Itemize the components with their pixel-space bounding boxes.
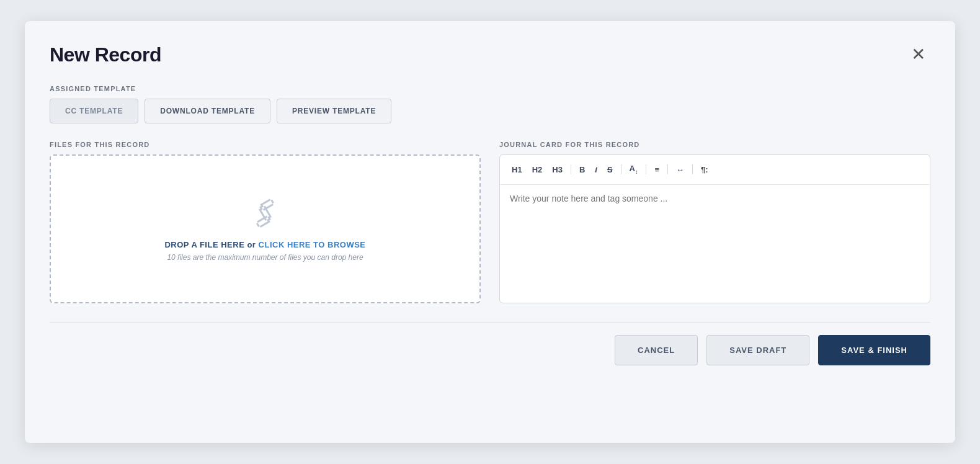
footer-actions: CANCEL SAVE DRAFT SAVE & FINISH <box>50 322 930 365</box>
h1-button[interactable]: H1 <box>509 164 525 176</box>
file-drop-zone[interactable]: 🖇 DROP A FILE HERE or CLICK HERE TO BROW… <box>50 154 481 303</box>
files-section-label: FILES FOR THIS RECORD <box>50 141 481 148</box>
journal-section-label: JOURNAL CARD FOR THIS RECORD <box>499 141 930 148</box>
journal-toolbar: H1 H2 H3 B i S A↕ ≡ ↔ ¶: <box>500 155 930 185</box>
drop-text-static: DROP A FILE HERE or <box>164 240 258 249</box>
files-panel: FILES FOR THIS RECORD 🖇 DROP A FILE HERE… <box>50 141 481 303</box>
link-button[interactable]: ↔ <box>673 164 687 176</box>
modal-title: New Record <box>50 43 161 66</box>
save-finish-button[interactable]: SAVE & FINISH <box>818 335 930 365</box>
drop-instruction: DROP A FILE HERE or CLICK HERE TO BROWSE <box>164 240 365 249</box>
h2-button[interactable]: H2 <box>529 164 546 176</box>
list-button[interactable]: ≡ <box>651 164 662 176</box>
template-section: ASSIGNED TEMPLATE CC TEMPLATE DOWNLOAD T… <box>50 85 930 123</box>
cc-template-button[interactable]: CC TEMPLATE <box>50 99 138 123</box>
paragraph-button[interactable]: ¶: <box>698 164 711 176</box>
preview-template-button[interactable]: PREVIEW TEMPLATE <box>277 99 391 123</box>
toolbar-separator-5 <box>692 164 693 174</box>
modal-header: New Record ✕ <box>50 43 930 66</box>
toolbar-separator-2 <box>621 164 621 174</box>
drop-subtext: 10 files are the maximum number of files… <box>167 253 363 262</box>
cancel-button[interactable]: CANCEL <box>615 335 698 365</box>
template-section-label: ASSIGNED TEMPLATE <box>50 85 930 92</box>
browse-link[interactable]: CLICK HERE TO BROWSE <box>259 240 366 249</box>
paperclip-icon: 🖇 <box>244 191 287 236</box>
journal-textarea[interactable] <box>500 185 930 303</box>
save-draft-button[interactable]: SAVE DRAFT <box>706 335 809 365</box>
italic-button[interactable]: i <box>592 164 600 176</box>
toolbar-separator-3 <box>646 164 646 174</box>
h3-button[interactable]: H3 <box>549 164 566 176</box>
journal-panel: JOURNAL CARD FOR THIS RECORD H1 H2 H3 B … <box>499 141 930 303</box>
toolbar-separator-1 <box>571 164 571 174</box>
template-buttons: CC TEMPLATE DOWNLOAD TEMPLATE PREVIEW TE… <box>50 99 930 123</box>
journal-card: H1 H2 H3 B i S A↕ ≡ ↔ ¶: <box>499 154 930 303</box>
font-size-button[interactable]: A↕ <box>626 163 641 177</box>
toolbar-separator-4 <box>667 164 668 174</box>
strikethrough-button[interactable]: S <box>604 164 616 176</box>
new-record-modal: New Record ✕ ASSIGNED TEMPLATE CC TEMPLA… <box>25 21 955 443</box>
close-button[interactable]: ✕ <box>906 43 930 66</box>
download-template-button[interactable]: DOWNLOAD TEMPLATE <box>145 99 270 123</box>
main-content: FILES FOR THIS RECORD 🖇 DROP A FILE HERE… <box>50 141 930 303</box>
bold-button[interactable]: B <box>576 164 588 176</box>
